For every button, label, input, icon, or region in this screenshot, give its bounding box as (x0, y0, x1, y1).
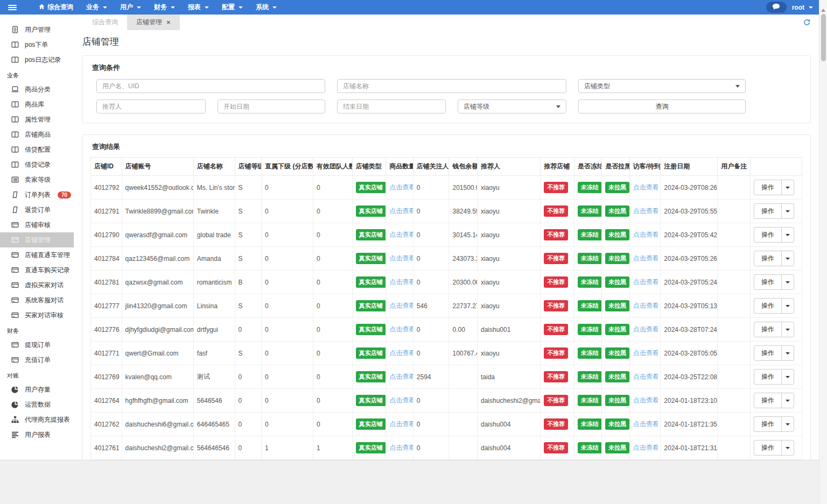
action-dropdown-toggle[interactable] (781, 346, 794, 360)
store-name-input[interactable] (337, 79, 566, 93)
sidebar-item-充值订单[interactable]: 充值订单 (0, 352, 74, 367)
visitor-link[interactable]: 点击查看 (633, 349, 659, 357)
visitor-link[interactable]: 点击查看 (633, 396, 659, 404)
tab-综合查询[interactable]: 综合查询 (83, 15, 127, 30)
user-uid-input[interactable] (96, 79, 325, 93)
visitor-link[interactable]: 点击查看 (633, 420, 659, 428)
action-dropdown-toggle[interactable] (781, 417, 794, 431)
goods-count-link[interactable]: 点击查看 (389, 183, 413, 191)
action-dropdown-toggle[interactable] (781, 370, 794, 384)
action-button[interactable]: 操作 (754, 440, 794, 456)
action-button[interactable]: 操作 (754, 322, 794, 337)
sidebar-item-虚拟买家对话[interactable]: 虚拟买家对话 (0, 278, 74, 293)
goods-count-link[interactable]: 点击查看 (389, 207, 413, 215)
nav-item-3[interactable]: 财务 (148, 0, 181, 15)
sidebar-item-属性管理[interactable]: 属性管理 (0, 112, 74, 127)
action-dropdown-toggle[interactable] (781, 180, 794, 195)
sidebar-item-订单列表[interactable]: 订单列表70 (0, 187, 74, 202)
goods-count-link[interactable]: 点击查看 (389, 444, 413, 451)
goods-count-link[interactable]: 点击查看 (389, 254, 413, 262)
action-dropdown-toggle[interactable] (781, 299, 794, 313)
sidebar-item-代理商充提报表[interactable]: 代理商充提报表 (0, 412, 74, 427)
goods-count-link[interactable]: 点击查看 (389, 231, 413, 238)
sidebar-item-店铺审核[interactable]: 店铺审核 (0, 217, 74, 232)
nav-item-1[interactable]: 业务 (80, 0, 114, 15)
sidebar-item-直通车购买记录[interactable]: 直通车购买记录 (0, 262, 74, 278)
sidebar-item-店铺直通车管理[interactable]: 店铺直通车管理 (0, 247, 74, 262)
goods-count-link[interactable]: 点击查看 (389, 373, 413, 380)
sidebar-item-店铺管理[interactable]: 店铺管理 (0, 232, 74, 247)
goods-count-link[interactable]: 点击查看 (389, 278, 413, 286)
sidebar-item-卖家等级[interactable]: 卖家等级 (0, 172, 74, 187)
action-dropdown-toggle[interactable] (781, 275, 794, 289)
tab-店铺管理[interactable]: 店铺管理× (127, 15, 180, 30)
sidebar-item-用户管理[interactable]: 用户管理 (0, 22, 74, 37)
visitor-link[interactable]: 点击查看 (633, 444, 659, 451)
store-level-select[interactable]: 店铺等级 (458, 100, 566, 113)
sidebar-item-借贷记录[interactable]: 借贷记录 (0, 157, 74, 172)
nav-item-5[interactable]: 配置 (215, 0, 249, 15)
sidebar-item-pos日志记录[interactable]: pos日志记录 (0, 52, 74, 67)
nav-item-6[interactable]: 系统 (249, 0, 283, 15)
sidebar-item-商品库[interactable]: 商品库 (0, 97, 74, 112)
action-dropdown-toggle[interactable] (781, 204, 794, 218)
referrer-input[interactable] (96, 100, 206, 113)
visitor-link[interactable]: 点击查看 (633, 302, 659, 309)
goods-count-link[interactable]: 点击查看 (389, 349, 413, 357)
sidebar-item-店铺商品[interactable]: 店铺商品 (0, 127, 74, 142)
action-dropdown-toggle[interactable] (781, 393, 794, 408)
action-dropdown-toggle[interactable] (781, 322, 794, 337)
nav-item-0[interactable]: 综合查询 (32, 0, 80, 15)
action-button[interactable]: 操作 (754, 227, 794, 243)
store-type-badge: 真实店铺 (356, 347, 386, 359)
sidebar-item-商品分类[interactable]: 商品分类 (0, 82, 74, 97)
action-dropdown-toggle[interactable] (781, 228, 794, 242)
scrollbar[interactable] (819, 0, 827, 504)
visitor-link[interactable]: 点击查看 (633, 183, 659, 191)
close-icon[interactable]: × (166, 19, 171, 26)
sidebar-item-运营数据[interactable]: 运营数据 (0, 397, 74, 412)
hamburger-icon[interactable] (0, 0, 25, 15)
sidebar-item-买家对话审核[interactable]: 买家对话审核 (0, 308, 74, 323)
visitor-link[interactable]: 点击查看 (633, 325, 659, 333)
action-button[interactable]: 操作 (754, 345, 794, 361)
sidebar-item-用户存量[interactable]: 用户存量 (0, 382, 74, 397)
goods-count-link[interactable]: 点击查看 (389, 302, 413, 309)
goods-count-link[interactable]: 点击查看 (389, 396, 413, 404)
store-type-select[interactable]: 店铺类型 (578, 79, 746, 93)
visitor-link[interactable]: 点击查看 (633, 278, 659, 286)
action-dropdown-toggle[interactable] (781, 441, 794, 455)
action-button[interactable]: 操作 (754, 274, 794, 290)
visitor-link[interactable]: 点击查看 (633, 373, 659, 380)
sidebar-item-用户报表[interactable]: 用户报表 (0, 427, 74, 442)
visitor-link[interactable]: 点击查看 (633, 254, 659, 262)
sidebar-item-借贷配置[interactable]: 借贷配置 (0, 142, 74, 157)
user-menu[interactable]: root (792, 4, 813, 11)
action-button[interactable]: 操作 (754, 416, 794, 432)
sidebar-item-提现订单[interactable]: 提现订单 (0, 337, 74, 352)
refresh-button[interactable] (803, 19, 810, 27)
action-button[interactable]: 操作 (754, 180, 794, 195)
action-button[interactable]: 操作 (754, 298, 794, 314)
visitor-link[interactable]: 点击查看 (633, 207, 659, 215)
action-button[interactable]: 操作 (754, 251, 794, 266)
visitor-link[interactable]: 点击查看 (633, 231, 659, 238)
goods-count-link[interactable]: 点击查看 (389, 420, 413, 428)
start-date-input[interactable] (218, 100, 325, 113)
action-button[interactable]: 操作 (754, 369, 794, 385)
sidebar-item-pos下单[interactable]: pos下单 (0, 37, 74, 52)
scrollbar-thumb[interactable] (821, 14, 826, 61)
sidebar-item-系统客服对话[interactable]: 系统客服对话 (0, 293, 74, 308)
cell-store-type: 真实店铺 (352, 200, 386, 223)
end-date-input[interactable] (337, 100, 446, 113)
search-button[interactable]: 查询 (578, 100, 746, 113)
nav-item-2[interactable]: 用户 (114, 0, 148, 15)
action-button[interactable]: 操作 (754, 393, 794, 408)
sidebar-item-退货订单[interactable]: 退货订单 (0, 202, 74, 217)
chat-button[interactable] (766, 2, 787, 13)
scroll-up-icon[interactable] (821, 9, 825, 12)
goods-count-link[interactable]: 点击查看 (389, 325, 413, 333)
action-dropdown-toggle[interactable] (781, 251, 794, 266)
action-button[interactable]: 操作 (754, 203, 794, 219)
nav-item-4[interactable]: 报表 (181, 0, 215, 15)
